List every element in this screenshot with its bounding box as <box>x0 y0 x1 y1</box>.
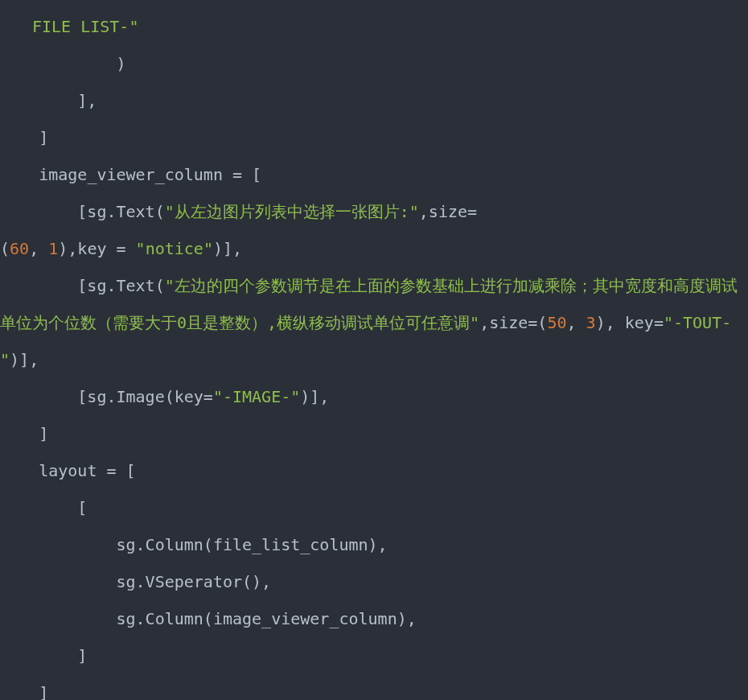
number-literal: 1 <box>48 239 58 258</box>
code-line: sg.Column(file_list_column), <box>0 535 388 554</box>
code-token: ), key= <box>596 313 664 332</box>
code-editor[interactable]: FILE LIST-" ) ], ] image_viewer_column =… <box>0 0 748 700</box>
code-token: [ <box>242 165 261 184</box>
code-token: )], <box>213 239 242 258</box>
code-line: ] <box>0 128 48 147</box>
string-literal: "-IMAGE-" <box>213 387 300 406</box>
code-token: )], <box>300 387 329 406</box>
code-line: sg.Column(image_viewer_column), <box>0 609 417 628</box>
number-literal: 3 <box>586 313 596 332</box>
code-line: ] <box>0 646 87 665</box>
code-line: [ <box>0 498 87 517</box>
code-line: [sg.Text( <box>0 202 165 221</box>
code-token: = <box>232 165 242 184</box>
code-token: = <box>106 461 116 480</box>
code-line: ( <box>0 239 10 258</box>
number-literal: 50 <box>547 313 566 332</box>
code-line: ], <box>0 91 97 110</box>
code-line: sg.VSeperator(), <box>0 572 271 591</box>
code-token: ,size=( <box>479 313 547 332</box>
code-token: ),key = <box>58 239 135 258</box>
code-token: [ <box>117 461 136 480</box>
code-line: [sg.Image(key= <box>0 387 213 406</box>
code-line: [sg.Text( <box>0 276 165 295</box>
code-line: image_viewer_column <box>0 165 232 184</box>
code-line: FILE LIST-" <box>32 17 138 36</box>
code-token: , <box>567 313 586 332</box>
code-line: ] <box>0 683 48 700</box>
number-literal: 60 <box>10 239 29 258</box>
string-literal: "notice" <box>136 239 213 258</box>
code-token: , <box>29 239 48 258</box>
code-line: ] <box>0 424 48 443</box>
string-literal: "从左边图片列表中选择一张图片:" <box>165 202 419 221</box>
code-line: ) <box>0 54 126 73</box>
code-token: )], <box>10 350 39 369</box>
code-token: ,size= <box>419 202 477 221</box>
code-line: layout <box>0 461 106 480</box>
